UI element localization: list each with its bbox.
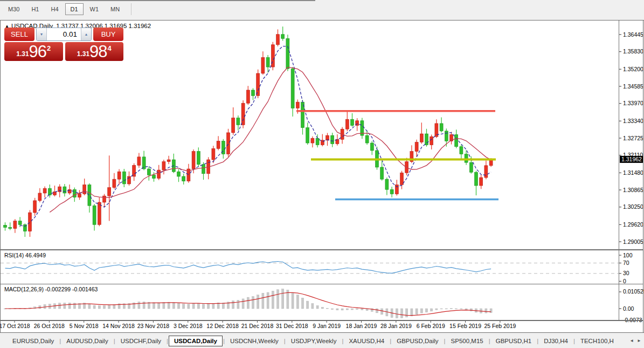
- chart-tab-usdchf-daily[interactable]: USDCHF,Daily: [116, 336, 166, 346]
- candle: [445, 131, 448, 141]
- buy-price-point: 4: [108, 44, 112, 52]
- candle: [475, 172, 478, 186]
- candle: [177, 172, 181, 176]
- chart-tab-dj30-h4[interactable]: DJ30,H4: [539, 336, 573, 346]
- candle: [316, 138, 319, 145]
- chart-tab-usdjpy-weekly[interactable]: USDJPY,Weekly: [286, 336, 342, 346]
- tab-scroll-arrows: ◄ ►: [629, 333, 641, 348]
- candle: [38, 193, 41, 201]
- candle: [390, 189, 393, 194]
- svg-text:5 Nov 2018: 5 Nov 2018: [70, 323, 99, 329]
- candle: [103, 196, 106, 202]
- candle: [53, 192, 57, 195]
- candle: [296, 102, 299, 108]
- one-click-trade-panel: SELL ▼ 0.01 ▲ BUY 1.31 96 2 1.31 98 4: [4, 28, 123, 61]
- candle: [400, 173, 404, 185]
- candle: [167, 160, 170, 162]
- candle: [18, 221, 22, 225]
- timeframe-button-d1[interactable]: D1: [65, 3, 84, 15]
- volume-input[interactable]: 0.01: [47, 28, 81, 40]
- rsi-indicator-label: RSI(14) 46.4949: [4, 252, 46, 258]
- candle: [212, 148, 215, 160]
- volume-stepper: ▼ 0.01 ▲: [36, 28, 92, 41]
- candle: [385, 179, 389, 189]
- timeframe-button-h1[interactable]: H1: [26, 3, 44, 15]
- svg-text:100: 100: [623, 252, 633, 258]
- svg-text:0.010525: 0.010525: [623, 288, 644, 295]
- candle: [162, 162, 165, 170]
- svg-text:1.29005: 1.29005: [623, 238, 643, 245]
- svg-text:1.36445: 1.36445: [623, 31, 643, 38]
- candle: [48, 188, 51, 195]
- candle: [425, 134, 428, 145]
- svg-text:30: 30: [623, 270, 629, 276]
- svg-text:15 Feb 2019: 15 Feb 2019: [449, 323, 481, 329]
- svg-text:1.31480: 1.31480: [623, 169, 643, 176]
- chart-tab-eurusd-daily[interactable]: EURUSD,Daily: [8, 336, 59, 346]
- chart-tab-usdcnh-weekly[interactable]: USDCNH,Weekly: [225, 336, 283, 346]
- chart-tab-usdcad-daily[interactable]: USDCAD,Daily: [169, 336, 223, 346]
- volume-decrease-button[interactable]: ▼: [37, 28, 47, 40]
- candle: [261, 58, 265, 73]
- candle: [197, 152, 200, 165]
- candle: [370, 143, 373, 151]
- svg-text:1.30250: 1.30250: [623, 203, 643, 210]
- candle: [122, 172, 126, 184]
- candle: [365, 135, 369, 143]
- candle: [430, 137, 433, 145]
- chart-tab-gbpusd-h1[interactable]: GBPUSD,H1: [491, 336, 536, 346]
- candle: [237, 118, 240, 125]
- buy-button[interactable]: BUY: [93, 28, 123, 41]
- svg-text:1.34585: 1.34585: [623, 83, 643, 90]
- candle: [63, 187, 66, 193]
- svg-text:31 Dec 2018: 31 Dec 2018: [276, 323, 308, 329]
- candle: [78, 194, 81, 197]
- candle: [480, 178, 483, 186]
- chart-tab-xauusd-h4[interactable]: XAUUSD,H4: [344, 336, 389, 346]
- timeframe-button-m30[interactable]: M30: [3, 3, 25, 15]
- tab-scroll-left-icon[interactable]: ◄: [629, 338, 634, 343]
- candle: [29, 213, 32, 231]
- candle: [281, 35, 285, 39]
- candle: [345, 119, 349, 129]
- candle: [465, 154, 468, 162]
- candle: [182, 176, 185, 181]
- candle: [98, 202, 101, 224]
- timeframe-button-mn[interactable]: MN: [105, 3, 125, 15]
- sell-button[interactable]: SELL: [4, 28, 34, 41]
- svg-text:17 Oct 2018: 17 Oct 2018: [0, 323, 30, 329]
- buy-price-base: 1.31: [77, 50, 89, 58]
- tab-scroll-right-icon[interactable]: ►: [637, 338, 641, 343]
- chart-tab-sp500-m15[interactable]: SP500,M15: [446, 336, 488, 346]
- chart-tab-tech100-h[interactable]: TECH100,H: [576, 336, 619, 346]
- candle: [246, 90, 250, 103]
- svg-text:-0.0073: -0.0073: [623, 317, 642, 323]
- caret-down-icon: ▼: [40, 32, 44, 36]
- candle: [351, 119, 354, 125]
- sell-price-box[interactable]: 1.31 96 2: [4, 42, 63, 61]
- candle: [252, 90, 255, 95]
- candle: [117, 172, 121, 179]
- svg-text:1.35200: 1.35200: [623, 66, 643, 72]
- candle: [113, 179, 116, 187]
- timeframe-button-h4[interactable]: H4: [45, 3, 64, 15]
- candle: [4, 225, 7, 227]
- candle: [73, 189, 76, 197]
- candle: [331, 135, 334, 144]
- candle: [380, 167, 384, 179]
- candle: [227, 133, 230, 154]
- buy-price-box[interactable]: 1.31 98 4: [65, 42, 124, 61]
- candle: [291, 69, 294, 108]
- candle: [142, 157, 146, 169]
- volume-increase-button[interactable]: ▲: [81, 28, 91, 40]
- candle: [469, 162, 473, 172]
- timeframe-button-w1[interactable]: W1: [85, 3, 105, 15]
- svg-text:23 Nov 2018: 23 Nov 2018: [137, 323, 170, 329]
- chart-tab-audusd-daily[interactable]: AUDUSD,Daily: [61, 336, 113, 346]
- candle: [192, 152, 195, 169]
- chart-tab-gbpusd-daily[interactable]: GBPUSD,Daily: [392, 336, 443, 346]
- candle: [33, 201, 37, 213]
- chart-tab-bar: EURUSD,Daily|AUDUSD,Daily|USDCHF,Daily|U…: [0, 333, 644, 348]
- svg-text:18 Jan 2019: 18 Jan 2019: [346, 323, 377, 329]
- candle: [306, 128, 309, 143]
